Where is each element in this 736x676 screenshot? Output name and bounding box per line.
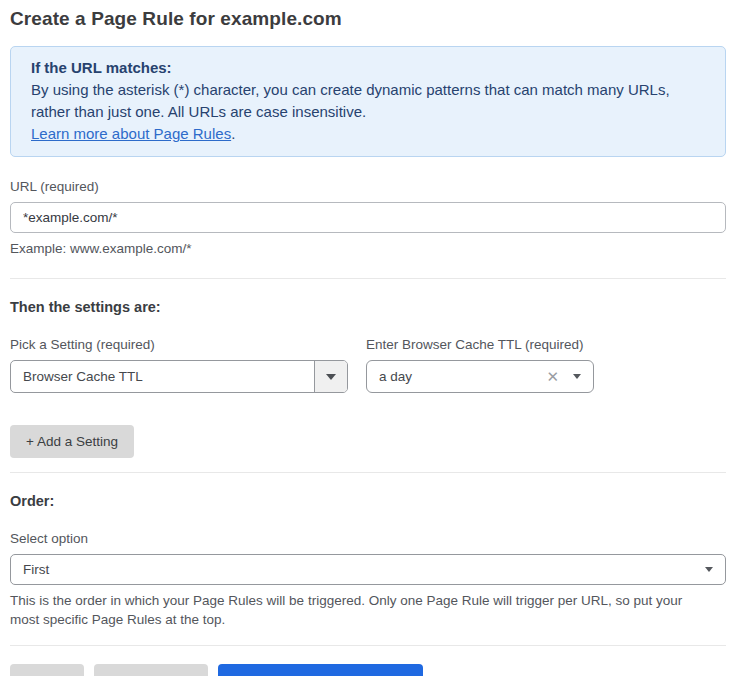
cancel-button[interactable]: Cancel xyxy=(10,664,84,676)
link-period: . xyxy=(231,125,235,142)
url-match-info-box: If the URL matches: By using the asteris… xyxy=(10,46,726,157)
pick-setting-caret-button[interactable] xyxy=(314,361,347,392)
order-select[interactable]: First xyxy=(10,554,726,585)
ttl-combobox[interactable]: a day ✕ xyxy=(366,360,594,393)
add-setting-button[interactable]: + Add a Setting xyxy=(10,425,134,458)
page-title: Create a Page Rule for example.com xyxy=(10,8,726,30)
divider xyxy=(10,278,726,279)
info-box-body: By using the asterisk (*) character, you… xyxy=(31,79,705,123)
info-box-link-line: Learn more about Page Rules. xyxy=(31,123,705,145)
url-input[interactable] xyxy=(10,202,726,233)
order-section-heading: Order: xyxy=(10,493,726,509)
url-field-hint: Example: www.example.com/* xyxy=(10,241,726,256)
pick-setting-label: Pick a Setting (required) xyxy=(10,337,348,352)
pick-setting-column: Pick a Setting (required) Browser Cache … xyxy=(10,315,348,393)
learn-more-link[interactable]: Learn more about Page Rules xyxy=(31,125,231,142)
ttl-column: Enter Browser Cache TTL (required) a day… xyxy=(366,315,594,393)
divider xyxy=(10,472,726,473)
ttl-value: a day xyxy=(367,369,546,384)
url-field-label: URL (required) xyxy=(10,179,726,194)
caret-down-icon xyxy=(326,374,336,380)
settings-row: Pick a Setting (required) Browser Cache … xyxy=(10,315,726,393)
footer-actions: Cancel Save as Draft Save and Deploy Pag… xyxy=(10,664,726,676)
caret-down-icon xyxy=(705,567,713,572)
clear-icon[interactable]: ✕ xyxy=(546,369,559,384)
divider xyxy=(10,645,726,646)
create-page-rule-form: Create a Page Rule for example.com If th… xyxy=(0,0,736,676)
caret-down-icon xyxy=(573,374,581,379)
save-deploy-button[interactable]: Save and Deploy Page Rule xyxy=(218,664,424,676)
pick-setting-value: Browser Cache TTL xyxy=(11,369,314,384)
settings-section-heading: Then the settings are: xyxy=(10,299,726,315)
order-select-label: Select option xyxy=(10,531,726,546)
order-help-text: This is the order in which your Page Rul… xyxy=(10,591,710,629)
info-box-heading: If the URL matches: xyxy=(31,57,705,79)
ttl-label: Enter Browser Cache TTL (required) xyxy=(366,337,594,352)
ttl-combobox-icons: ✕ xyxy=(546,369,593,384)
order-select-value: First xyxy=(11,562,705,577)
pick-setting-select[interactable]: Browser Cache TTL xyxy=(10,360,348,393)
save-draft-button[interactable]: Save as Draft xyxy=(94,664,208,676)
